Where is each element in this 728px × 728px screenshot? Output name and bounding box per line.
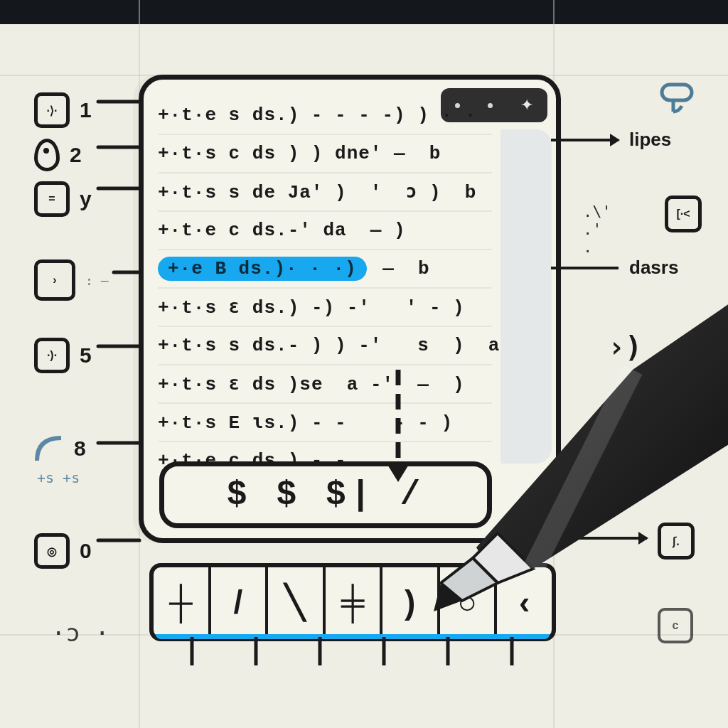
command-input[interactable]: $ $ $| / [159, 461, 492, 528]
code-line[interactable]: +·t·s E ɩs.) - - - - ) [158, 402, 492, 441]
selection-highlight[interactable]: +·e B ds.)· · ·) [158, 257, 367, 281]
c-box-icon[interactable]: c [658, 608, 693, 643]
target-box-icon: ◎ [34, 533, 70, 569]
arrow-right-icon [551, 139, 619, 141]
code-line[interactable]: +·t·e c ds.-' da — ) [158, 210, 492, 249]
annotation-dots: .\' .' . [583, 203, 611, 256]
arc-icon [34, 434, 64, 464]
key-backslash[interactable]: ╲ [268, 567, 326, 637]
code-line[interactable]: +·t·s ɛ ds )se a -' — ) [158, 364, 492, 402]
code-area[interactable]: +·t·e s ds.) - - - -) ) · · +·t·s c ds )… [158, 97, 492, 479]
key-notequal[interactable]: ╪ [326, 567, 383, 637]
line-number: 8 [74, 437, 86, 461]
annotation-label: lipes [629, 129, 671, 151]
code-line[interactable]: +·t·s ɛ ds.) -) -' ' - ) [158, 287, 492, 326]
arrow-right-icon [562, 537, 647, 540]
code-line[interactable]: +·t·s s de Ja' ) ' ɔ ) b [158, 172, 492, 210]
svg-rect-7 [662, 85, 692, 100]
key-paren[interactable]: ) [382, 567, 440, 637]
annotation-label: dasrs [629, 257, 678, 279]
dot-paren-box-icon: ·)· [34, 338, 70, 373]
flow-arrow-down-icon [370, 370, 427, 491]
equals-box-icon: = [34, 181, 70, 217]
gutter-dot-box-icon: ·⟩· [34, 92, 70, 128]
key-angle[interactable]: ‹ [497, 567, 552, 637]
code-line[interactable]: +·t·s s ds.- ) ) -' s ) a [158, 326, 492, 364]
code-line[interactable]: +·t·e s ds.) - - - -) ) · · [158, 97, 492, 134]
grid-mark: +s +s [37, 469, 80, 486]
code-tail: — b [371, 258, 430, 279]
bracket-box-icon[interactable]: [·< [665, 196, 702, 232]
pin-icon [34, 139, 60, 171]
speech-bubble-icon [658, 82, 700, 117]
bottom-left-glyph: ·ɔ · [51, 619, 109, 647]
ruler-ticks [164, 637, 547, 680]
app-titlebar [0, 0, 728, 24]
sparkle-icon: ✦ [520, 97, 533, 113]
chevron-paren-icon: ›) [608, 331, 642, 363]
code-line[interactable]: +·t·s c ds ) ) dne' — b [158, 134, 492, 172]
scrollbar-track[interactable] [500, 129, 552, 464]
editor-window: ✦ +·t·e s ds.) - - - -) ) · · +·t·s c ds… [139, 75, 561, 543]
symbol-keyboard: ┼ / ╲ ╪ ) ○ ‹ [149, 563, 556, 641]
leader-line [551, 267, 619, 269]
key-circle[interactable]: ○ [440, 567, 498, 637]
key-plus[interactable]: ┼ [154, 567, 211, 637]
line-number: 2 [70, 143, 82, 167]
key-slash[interactable]: / [211, 567, 269, 637]
chevron-box-icon[interactable]: › [34, 259, 75, 301]
code-line-highlighted[interactable]: +·e B ds.)· · ·) — b [158, 249, 492, 287]
j-box-icon[interactable]: ʃ. [658, 523, 695, 560]
